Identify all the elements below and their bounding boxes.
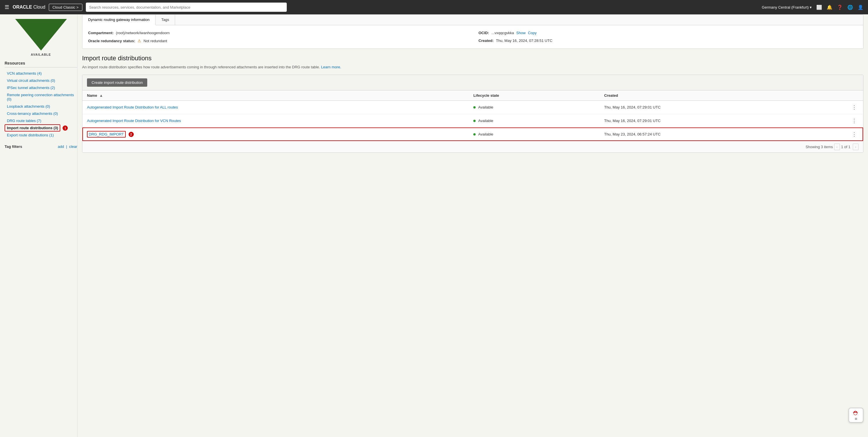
globe-icon[interactable]: 🌐 <box>847 5 853 10</box>
row3-name-link[interactable]: DRG_RDG_IMPORT <box>87 131 126 137</box>
tag-filters-add-link[interactable]: add <box>58 145 64 149</box>
redundancy-value: Not redundant <box>144 39 167 43</box>
table-row-drg-rdg-import: DRG_RDG_IMPORT 2 Available Thu, May 23, … <box>82 127 863 141</box>
row1-actions-button[interactable]: ⋮ <box>850 104 859 111</box>
oracle-logo: ORACLE Cloud <box>12 5 45 10</box>
table-row: Autogenerated Import Route Distribution … <box>82 100 863 114</box>
drg-rdg-import-badge: 2 <box>129 132 134 137</box>
table-row: Autogenerated Import Route Distribution … <box>82 114 863 127</box>
row2-status: Available <box>469 114 600 127</box>
row3-name: DRG_RDG_IMPORT 2 <box>82 127 469 141</box>
sidebar-item-ipsec[interactable]: IPSec tunnel attachments (2) <box>5 84 77 91</box>
row2-actions: ⋮ <box>845 114 863 127</box>
availability-status: AVAILABLE <box>31 53 51 56</box>
tag-filters-section: Tag filters add | clear <box>5 145 77 149</box>
sidebar: AVAILABLE Resources VCN attachments (4) … <box>0 14 78 437</box>
bell-icon[interactable]: 🔔 <box>827 5 832 10</box>
sidebar-item-remote-peering[interactable]: Remote peering connection attachments (0… <box>5 91 77 103</box>
import-distributions-table: Name ▲ Lifecycle state Created Autogener… <box>82 90 863 141</box>
pagination-showing: Showing 3 items <box>805 145 833 149</box>
created-label: Created: <box>478 38 494 43</box>
row3-created: Thu, May 23, 2024, 06:57:24 UTC <box>600 127 845 141</box>
ocid-copy-link[interactable]: Copy <box>528 31 536 35</box>
tag-filters-links: add | clear <box>57 145 77 149</box>
row1-status-dot <box>473 106 476 108</box>
tab-tags[interactable]: Tags <box>156 14 175 25</box>
ocid-label: OCID: <box>478 31 489 35</box>
nav-right: Germany Central (Frankfurt) ▾ ⬜ 🔔 ❓ 🌐 👤 <box>762 5 863 10</box>
learn-more-link[interactable]: Learn more. <box>321 65 341 69</box>
create-import-route-distribution-button[interactable]: Create import route distribution <box>87 79 147 87</box>
help-fab-button[interactable]: ⛑ ⊞ <box>848 408 863 423</box>
sidebar-item-virtual-circuit[interactable]: Virtual circuit attachments (0) <box>5 77 77 84</box>
tag-filters-clear-link[interactable]: clear <box>69 145 77 149</box>
terminal-icon[interactable]: ⬜ <box>816 5 822 10</box>
row2-name: Autogenerated Import Route Distribution … <box>82 114 469 127</box>
redundancy-label: Oracle redundancy status: <box>88 39 135 43</box>
drg-triangle-icon <box>15 19 67 51</box>
pagination-prev-button[interactable]: ‹ <box>834 144 840 150</box>
sidebar-item-loopback[interactable]: Loopback attachments (0) <box>5 103 77 110</box>
col-lifecycle-state: Lifecycle state <box>469 90 600 101</box>
row2-created: Thu, May 16, 2024, 07:29:01 UTC <box>600 114 845 127</box>
sidebar-item-drg-route-tables[interactable]: DRG route tables (7) <box>5 117 77 124</box>
top-navigation: ☰ ORACLE Cloud Cloud Classic > Germany C… <box>0 0 868 14</box>
main-layout: AVAILABLE Resources VCN attachments (4) … <box>0 14 868 437</box>
pagination-row: Showing 3 items ‹ 1 of 1 › <box>82 141 863 153</box>
sidebar-item-vcn-attachments[interactable]: VCN attachments (4) <box>5 70 77 77</box>
compartment-row: Compartment: (root)/network/iwanhoogendo… <box>88 30 467 44</box>
ocid-value: ...vxqqcgvkka <box>491 31 514 35</box>
row1-created: Thu, May 16, 2024, 07:29:01 UTC <box>600 100 845 114</box>
region-selector[interactable]: Germany Central (Frankfurt) ▾ <box>762 5 812 9</box>
search-input[interactable] <box>86 3 287 12</box>
sort-arrow-name: ▲ <box>99 93 103 98</box>
sidebar-item-export-route-distributions[interactable]: Export route distributions (1) <box>5 131 77 139</box>
sidebar-item-cross-tenancy[interactable]: Cross-tenancy attachments (0) <box>5 110 77 117</box>
sidebar-item-import-route-distributions[interactable]: Import route distributions (3) <box>5 124 60 131</box>
ocid-row: OCID: ...vxqqcgvkka Show Copy Created: T… <box>478 30 857 44</box>
pagination-next-button[interactable]: › <box>853 144 859 150</box>
sidebar-logo: AVAILABLE <box>5 19 77 56</box>
import-section-description: An import route distribution specifies h… <box>82 64 863 70</box>
import-distributions-table-container: Create import route distribution Name ▲ … <box>82 75 863 153</box>
compartment-label: Compartment: <box>88 31 114 35</box>
row2-status-dot <box>473 120 476 122</box>
compartment-value: (root)/network/iwanhoogendoorn <box>116 31 169 35</box>
hamburger-menu-icon[interactable]: ☰ <box>5 4 9 10</box>
row2-name-link[interactable]: Autogenerated Import Route Distribution … <box>87 119 181 123</box>
user-icon[interactable]: 👤 <box>858 5 863 10</box>
cloud-classic-button[interactable]: Cloud Classic > <box>49 4 82 11</box>
gateway-info-grid: Compartment: (root)/network/iwanhoogendo… <box>88 30 857 44</box>
row3-status-dot <box>473 133 476 135</box>
main-content: Dynamic routing gateway information Tags… <box>78 14 868 437</box>
resources-section-header: Resources <box>5 61 77 67</box>
tag-filters-label: Tag filters <box>5 145 22 149</box>
row1-status: Available <box>469 100 600 114</box>
col-name[interactable]: Name ▲ <box>82 90 469 101</box>
tab-content-drg-info: Compartment: (root)/network/iwanhoogendo… <box>82 25 863 49</box>
created-value: Thu, May 16, 2024, 07:28:51 UTC <box>496 38 553 43</box>
help-fab-icon: ⛑ <box>853 410 859 416</box>
row1-name: Autogenerated Import Route Distribution … <box>82 100 469 114</box>
import-section-title: Import route distributions <box>82 55 863 62</box>
ocid-show-link[interactable]: Show <box>516 31 526 35</box>
row1-actions: ⋮ <box>845 100 863 114</box>
help-fab-grid-icon: ⊞ <box>855 417 857 420</box>
pagination-page-info: 1 of 1 <box>841 145 850 149</box>
row1-name-link[interactable]: Autogenerated Import Route Distribution … <box>87 105 178 110</box>
table-body: Autogenerated Import Route Distribution … <box>82 100 863 141</box>
tab-drg-information[interactable]: Dynamic routing gateway information <box>82 14 156 25</box>
help-icon[interactable]: ❓ <box>837 5 843 10</box>
table-header: Name ▲ Lifecycle state Created <box>82 90 863 101</box>
info-tabs-panel: Dynamic routing gateway information Tags… <box>82 14 863 49</box>
row3-actions: ⋮ <box>845 127 863 141</box>
warning-icon: ⚠ <box>137 38 141 43</box>
col-created: Created <box>600 90 845 101</box>
table-toolbar: Create import route distribution <box>82 75 863 90</box>
import-distributions-badge: 1 <box>63 125 68 131</box>
tabs-header: Dynamic routing gateway information Tags <box>82 14 863 25</box>
row2-actions-button[interactable]: ⋮ <box>850 117 859 125</box>
row3-actions-button[interactable]: ⋮ <box>850 131 859 138</box>
row3-status: Available <box>469 127 600 141</box>
